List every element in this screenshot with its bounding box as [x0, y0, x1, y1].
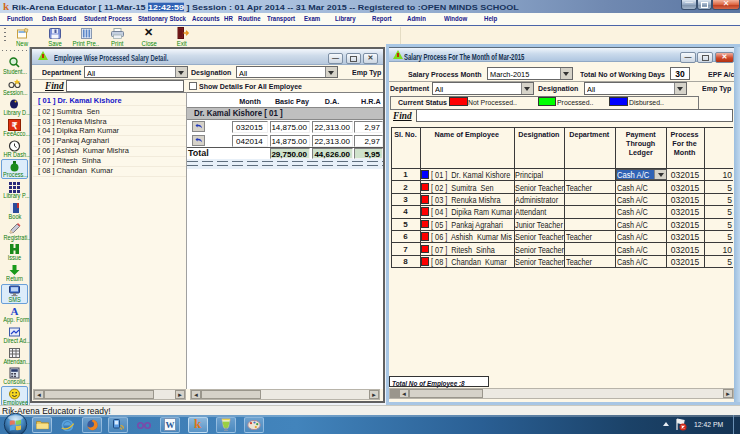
svg-text:W: W [166, 420, 175, 430]
